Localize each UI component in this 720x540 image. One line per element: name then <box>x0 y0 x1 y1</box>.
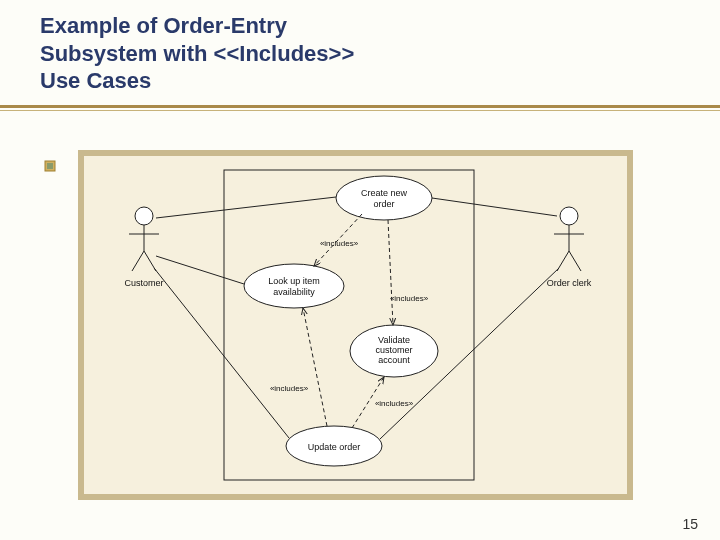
svg-text:Create new: Create new <box>361 188 408 198</box>
slide-title: Example of Order-Entry Subsystem with <<… <box>0 0 720 101</box>
svg-text:account: account <box>378 355 410 365</box>
svg-point-12 <box>336 176 432 220</box>
svg-line-11 <box>569 251 581 271</box>
svg-text:availability: availability <box>273 287 315 297</box>
svg-text:Validate: Validate <box>378 335 410 345</box>
bullet-icon <box>44 160 56 172</box>
includes-label-1: «includes» <box>320 239 359 248</box>
includes-label-3: «includes» <box>270 384 309 393</box>
title-line-2: Subsystem with <<Includes>> <box>40 40 680 68</box>
svg-line-5 <box>132 251 144 271</box>
includes-create-to-validate <box>388 220 393 325</box>
svg-text:Update order: Update order <box>308 442 361 452</box>
actor-customer: Customer <box>124 207 163 288</box>
actor-customer-label: Customer <box>124 278 163 288</box>
svg-text:order: order <box>373 199 394 209</box>
title-line-1: Example of Order-Entry <box>40 12 680 40</box>
use-case-diagram: Customer Order clerk Create new order Lo… <box>84 156 627 494</box>
title-line-3: Use Cases <box>40 67 680 95</box>
title-underline-thin <box>0 110 720 111</box>
includes-label-2: «includes» <box>390 294 429 303</box>
actor-order-clerk: Order clerk <box>547 207 592 288</box>
diagram-frame: Customer Order clerk Create new order Lo… <box>78 150 633 500</box>
svg-point-7 <box>560 207 578 225</box>
page-number: 15 <box>682 516 698 532</box>
usecase-create-new-order: Create new order <box>336 176 432 220</box>
usecase-update-order: Update order <box>286 426 382 466</box>
assoc-customer-lookup <box>156 256 244 284</box>
assoc-customer-create <box>156 197 336 218</box>
usecase-validate-customer: Validate customer account <box>350 325 438 377</box>
svg-text:customer: customer <box>375 345 412 355</box>
svg-point-15 <box>244 264 344 308</box>
assoc-clerk-create <box>432 198 557 216</box>
title-underline-thick <box>0 105 720 108</box>
includes-label-4: «includes» <box>375 399 414 408</box>
svg-point-2 <box>135 207 153 225</box>
svg-text:Look up item: Look up item <box>268 276 320 286</box>
usecase-look-up-item: Look up item availability <box>244 264 344 308</box>
svg-rect-1 <box>47 163 53 169</box>
actor-order-clerk-label: Order clerk <box>547 278 592 288</box>
includes-update-to-lookup <box>303 308 327 426</box>
